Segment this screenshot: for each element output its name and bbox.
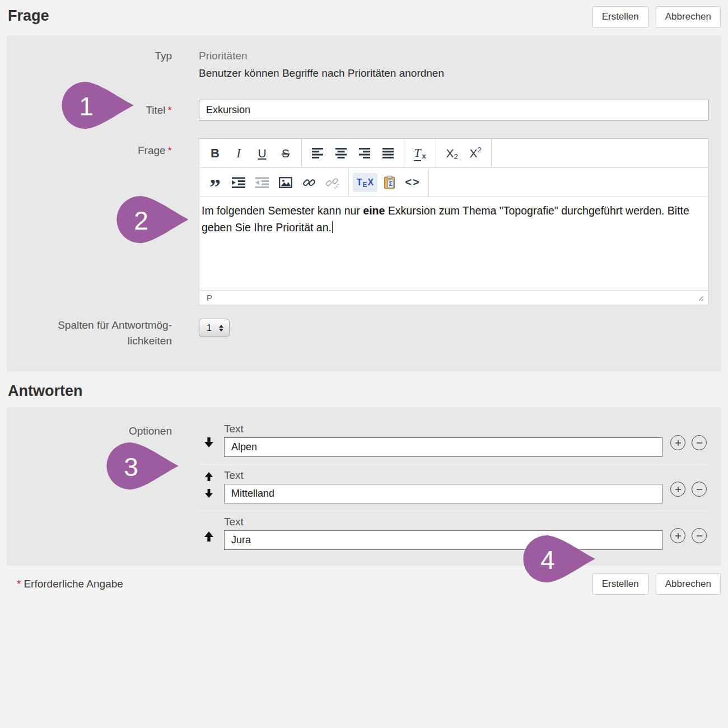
page-title: Frage: [8, 7, 49, 25]
title-input[interactable]: [199, 100, 708, 120]
cancel-button-bottom[interactable]: Abbrechen: [656, 573, 721, 595]
question-form-panel: Typ Prioritäten Benutzer können Begriffe…: [7, 35, 721, 371]
answers-title: Antworten: [8, 382, 720, 400]
remove-option-icon[interactable]: [692, 435, 707, 450]
subscript-icon[interactable]: X2: [440, 142, 464, 165]
italic-icon[interactable]: I: [227, 142, 250, 165]
bold-icon[interactable]: B: [203, 142, 227, 165]
text-cursor: [332, 221, 333, 233]
question-row: Frage* B I U S: [7, 138, 721, 305]
indent-icon[interactable]: [227, 171, 250, 194]
option-row: Optionen Text: [7, 418, 721, 464]
title-label: Titel*: [7, 103, 172, 118]
element-path: P: [207, 293, 212, 302]
align-left-icon[interactable]: [306, 142, 329, 165]
required-note: *Erforderliche Angabe: [17, 578, 123, 590]
option-row: Text: [7, 464, 721, 510]
select-spinner-icon: [219, 325, 223, 332]
add-option-icon[interactable]: [670, 528, 685, 543]
resize-handle-icon[interactable]: [697, 294, 704, 302]
strikethrough-icon[interactable]: S: [274, 142, 297, 165]
editor-statusbar: P: [199, 290, 708, 305]
option-text-label: Text: [224, 423, 662, 435]
option-text-label: Text: [224, 516, 662, 528]
editor-toolbar-row-1: B I U S: [199, 139, 708, 168]
question-text-area[interactable]: Im folgenden Semester kann nur eine Exku…: [199, 197, 708, 290]
option-input-3[interactable]: [224, 530, 662, 550]
columns-select[interactable]: 1: [199, 319, 230, 337]
outdent-icon[interactable]: [250, 171, 274, 194]
move-up-icon[interactable]: [204, 472, 213, 482]
align-justify-icon[interactable]: [376, 142, 400, 165]
question-text-bold: eine: [363, 204, 385, 217]
columns-label: Spalten für Antwortmög- lichkeiten: [7, 318, 172, 349]
required-asterisk: *: [168, 144, 172, 156]
columns-select-value: 1: [207, 323, 212, 333]
answers-panel: Optionen Text: [7, 407, 721, 566]
required-asterisk: *: [168, 104, 172, 116]
align-center-icon[interactable]: [329, 142, 353, 165]
option-row: Text: [7, 510, 721, 557]
create-button-top[interactable]: Erstellen: [592, 6, 648, 27]
underline-icon[interactable]: U: [250, 142, 274, 165]
editor-toolbar-row-2: ”: [199, 168, 708, 197]
superscript-icon[interactable]: X2: [464, 142, 487, 165]
option-text-label: Text: [224, 469, 662, 482]
footer-button-group: Erstellen Abbrechen: [592, 573, 721, 595]
question-label: Frage*: [7, 138, 172, 305]
create-button-bottom[interactable]: Erstellen: [592, 573, 648, 595]
move-down-icon[interactable]: [204, 437, 214, 448]
svg-text:Σ: Σ: [389, 180, 393, 187]
columns-row: Spalten für Antwortmög- lichkeiten 1: [7, 318, 721, 349]
image-icon[interactable]: [274, 171, 297, 194]
remove-option-icon[interactable]: [692, 482, 707, 497]
align-right-icon[interactable]: [353, 142, 376, 165]
question-text: Im folgenden Semester kann nur: [202, 204, 363, 217]
type-label: Typ: [7, 49, 172, 81]
header-button-group: Erstellen Abbrechen: [592, 6, 721, 27]
tex-icon[interactable]: TEX: [353, 173, 377, 192]
required-asterisk: *: [17, 578, 21, 590]
link-icon[interactable]: [297, 171, 321, 194]
unlink-icon[interactable]: [321, 171, 344, 194]
option-input-2[interactable]: [224, 484, 662, 503]
move-down-icon[interactable]: [204, 488, 213, 498]
option-input-1[interactable]: [224, 437, 662, 457]
header: Frage Erstellen Abbrechen: [0, 0, 728, 27]
blockquote-icon[interactable]: ”: [203, 171, 227, 194]
paste-icon[interactable]: Σ: [377, 171, 401, 194]
cancel-button-top[interactable]: Abbrechen: [656, 6, 721, 27]
add-option-icon[interactable]: [670, 435, 685, 450]
remove-format-icon[interactable]: Tx: [408, 142, 432, 165]
type-value: Prioritäten: [199, 49, 708, 63]
type-description: Benutzer können Begriffe nach Prioritäte…: [199, 66, 708, 81]
rich-text-editor: B I U S: [199, 138, 708, 305]
options-label: Optionen: [7, 418, 172, 464]
move-up-icon[interactable]: [204, 531, 214, 542]
footer: *Erforderliche Angabe Erstellen Abbreche…: [0, 566, 728, 595]
question-editor-page: Frage Erstellen Abbrechen Typ Prioritäte…: [0, 0, 728, 728]
type-row: Typ Prioritäten Benutzer können Begriffe…: [7, 49, 721, 81]
add-option-icon[interactable]: [670, 482, 685, 497]
title-row: Titel*: [7, 100, 721, 120]
code-icon[interactable]: <>: [401, 171, 424, 194]
remove-option-icon[interactable]: [692, 528, 707, 543]
